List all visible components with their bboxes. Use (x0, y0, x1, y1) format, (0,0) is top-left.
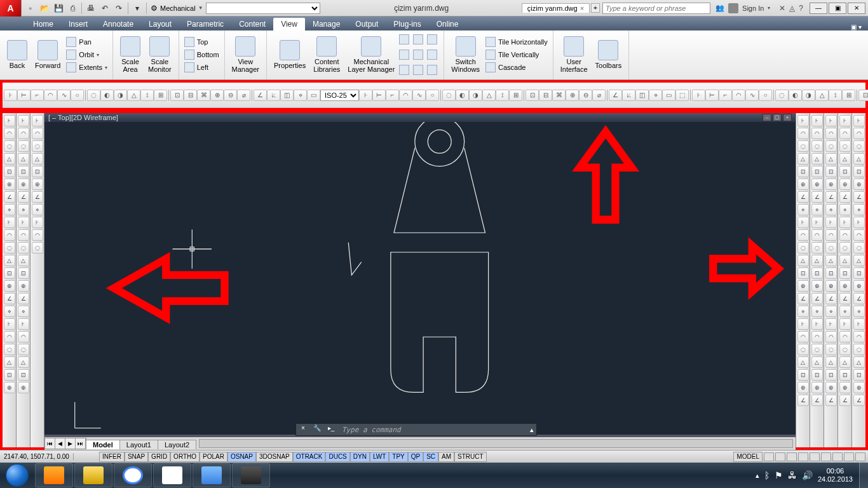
show-hidden-icon[interactable]: ▴ (756, 471, 759, 480)
toolbar-button[interactable]: ◌ (825, 344, 837, 355)
toolbar-button[interactable]: ⊦ (853, 217, 865, 228)
start-button[interactable] (0, 463, 34, 488)
view-bottom-button[interactable]: Bottom (183, 49, 220, 60)
toolbar-button[interactable]: ◌ (18, 140, 29, 152)
toolbar-button[interactable]: ∠ (839, 191, 851, 203)
layout-scrollbar[interactable] (199, 439, 793, 448)
toolbar-button[interactable]: ⊡ (18, 166, 29, 177)
volume-icon[interactable]: 🔊 (802, 470, 813, 480)
extents-button[interactable]: Extents▾ (65, 62, 109, 73)
view-left-button[interactable]: Left (183, 62, 220, 73)
toolbar-button[interactable]: ◐ (456, 90, 469, 101)
toolbar-button[interactable]: ◌ (853, 344, 865, 355)
toolbar-button[interactable]: △ (4, 356, 15, 368)
toolbar-button[interactable]: ⊡ (853, 369, 865, 381)
toolbar-button[interactable]: ⊕ (18, 179, 29, 190)
tab-layout[interactable]: Layout (141, 18, 179, 30)
toolbar-button[interactable]: ◠ (399, 90, 412, 101)
pan-button[interactable]: Pan (65, 36, 109, 48)
toolbar-button[interactable]: ∠ (853, 293, 865, 304)
toolbar-button[interactable]: ∿ (412, 90, 426, 101)
toolbar-button[interactable]: ∿ (57, 90, 71, 101)
action-center-icon[interactable]: ⚑ (775, 470, 783, 480)
palette-btn[interactable] (413, 63, 426, 77)
toolbar-button[interactable]: ⊦ (32, 217, 43, 228)
toolbar-button[interactable]: ⊡ (4, 166, 15, 177)
status-toggle-ducs[interactable]: DUCS (325, 452, 349, 462)
toolbar-button[interactable]: ◠ (18, 128, 29, 139)
toolbar-button[interactable]: ⊕ (811, 280, 823, 292)
app-menu-icon[interactable]: A (0, 0, 22, 17)
toolbar-button[interactable]: ⊖ (579, 90, 592, 101)
toolbar-button[interactable]: ⊕ (4, 280, 15, 292)
toolbar-button[interactable]: ⋄ (32, 204, 43, 215)
palette-btn[interactable] (427, 48, 440, 62)
toolbar-button[interactable]: ◠ (797, 128, 809, 139)
toolbar-button[interactable]: ⊡ (839, 369, 851, 381)
toolbar-button[interactable]: ⟟ (140, 90, 154, 101)
toolbar-button[interactable]: ⊡ (4, 268, 15, 279)
tab-plugins[interactable]: Plug-ins (386, 18, 428, 30)
toolbar-button[interactable]: ◌ (839, 140, 851, 152)
toolbar-button[interactable]: ⌘ (197, 90, 210, 101)
toolbar-button[interactable]: ⊦ (18, 217, 29, 228)
network-icon[interactable]: 🖧 (788, 470, 797, 480)
tab-view[interactable]: View (273, 18, 305, 30)
toolbar-button[interactable]: ◠ (18, 331, 29, 342)
view-top-button[interactable]: Top (183, 36, 220, 48)
taskbar-app[interactable] (74, 463, 112, 487)
toolbar-button[interactable]: △ (482, 90, 496, 101)
toolbar-button[interactable]: ◫ (280, 90, 294, 101)
toolbar-button[interactable]: ◐ (100, 90, 114, 101)
palette-btn[interactable] (399, 63, 412, 77)
toolbar-button[interactable]: ⊡ (858, 90, 868, 101)
toolbar-button[interactable]: ⊡ (797, 268, 809, 279)
status-icon[interactable] (832, 452, 843, 461)
toolbar-button[interactable]: ◠ (839, 229, 851, 241)
toolbar-button[interactable]: ⊕ (825, 179, 837, 190)
chevron-down-icon[interactable]: ▼ (198, 5, 203, 11)
file-tab[interactable]: çizim yarım.dwg× (522, 3, 590, 13)
toolbar-button[interactable]: ⊦ (811, 318, 823, 330)
switch-windows-button[interactable]: Switch Windows (448, 32, 483, 78)
toolbar-button[interactable]: ◑ (802, 90, 815, 101)
minimize-button[interactable]: — (810, 3, 827, 14)
toolbar-button[interactable]: ⊕ (210, 90, 224, 101)
toolbar-button[interactable]: ⌀ (237, 90, 250, 101)
toolbars-button[interactable]: Toolbars (592, 32, 625, 78)
status-icon[interactable] (764, 452, 774, 461)
toolbar-button[interactable]: ⊡ (853, 268, 865, 279)
cmd-history-icon[interactable]: ▴ (527, 426, 536, 434)
toolbar-button[interactable]: ◌ (811, 242, 823, 254)
status-toggle-dyn[interactable]: DYN (350, 452, 370, 462)
toolbar-button[interactable]: △ (853, 153, 865, 165)
viewport-maximize-icon[interactable]: ▢ (773, 114, 782, 121)
toolbar-button[interactable]: ∠ (4, 293, 15, 304)
palette-btn[interactable] (427, 32, 440, 46)
status-toggle-lwt[interactable]: LWT (370, 452, 389, 462)
clock[interactable]: 00:06 24.02.2013 (818, 467, 853, 484)
toolbar-button[interactable]: ⊦ (825, 217, 837, 228)
toolbar-button[interactable]: ⋄ (18, 204, 29, 215)
toolbar-button[interactable]: ∠ (18, 293, 29, 304)
last-layout-icon[interactable]: ⏭ (76, 438, 86, 449)
toolbar-button[interactable]: ⊡ (170, 90, 184, 101)
tab-home[interactable]: Home (25, 18, 61, 30)
toolbar-button[interactable]: ⊦ (825, 318, 837, 330)
toolbar-button[interactable]: ◌ (797, 242, 809, 254)
toolbar-button[interactable]: ⊕ (4, 382, 15, 393)
prev-layout-icon[interactable]: ◀ (55, 438, 65, 449)
toolbar-button[interactable]: ⊦ (839, 318, 851, 330)
toolbar-button[interactable]: ◌ (18, 242, 29, 254)
account-area[interactable]: 👥 Sign In ▾ (710, 3, 775, 13)
toolbar-button[interactable]: ⌐ (386, 90, 399, 101)
customize-cmd-icon[interactable]: 🔧 (311, 424, 323, 435)
toolbar-button[interactable]: ⊕ (825, 280, 837, 292)
status-toggle-snap[interactable]: SNAP (125, 452, 148, 462)
toolbar-button[interactable]: △ (32, 153, 43, 165)
toolbar-button[interactable]: ◠ (811, 128, 823, 139)
toolbar-button[interactable]: ◌ (32, 140, 43, 152)
command-line[interactable]: × 🔧 ▸_ Type a command ▴ (295, 423, 537, 436)
toolbar-button[interactable]: ⊡ (825, 369, 837, 381)
new-tab-button[interactable]: + (591, 3, 600, 13)
